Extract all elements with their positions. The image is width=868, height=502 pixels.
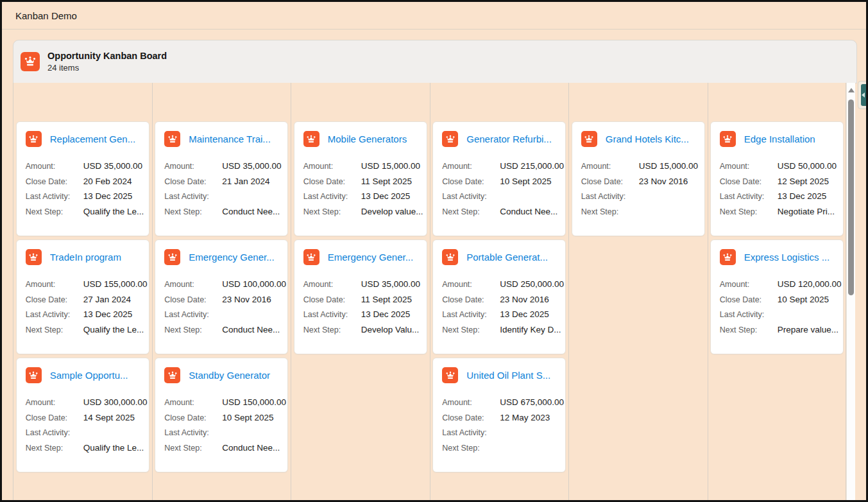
field-label: Next Step: — [442, 207, 500, 216]
opportunity-crown-icon — [164, 249, 180, 265]
opportunity-crown-icon — [720, 249, 736, 265]
opportunity-crown-icon — [26, 249, 42, 265]
opportunity-card[interactable]: TradeIn programAmount:USD 155,000.00Clos… — [16, 239, 149, 354]
opportunity-card[interactable]: Standby GeneratorAmount:USD 150,000.00Cl… — [155, 358, 288, 472]
field-label: Close Date: — [26, 295, 83, 304]
opportunity-crown-icon — [164, 131, 180, 147]
opportunity-card[interactable]: Replacement Gen...Amount:USD 35,000.00Cl… — [16, 121, 149, 236]
field-row: Amount:USD 15,000.00 — [581, 162, 697, 177]
field-value: Prepare value... — [778, 325, 838, 334]
card-fields: Amount:USD 35,000.00Close Date:21 Jan 20… — [164, 162, 280, 222]
card-title-link[interactable]: Maintenance Trai... — [189, 134, 280, 144]
field-value: 13 Dec 2025 — [778, 191, 827, 201]
field-row: Last Activity: — [442, 192, 557, 207]
field-value: USD 15,000.00 — [639, 161, 698, 171]
opportunity-card[interactable]: Sample Opportu...Amount:USD 300,000.00Cl… — [16, 358, 149, 472]
opportunity-card[interactable]: Express Logistics ...Amount:USD 120,000.… — [710, 239, 844, 354]
opportunity-crown-icon — [26, 131, 42, 147]
field-value: USD 35,000.00 — [83, 161, 142, 171]
opportunity-card[interactable]: Mobile GeneratorsAmount:USD 15,000.00Clo… — [294, 121, 427, 236]
card-title-link[interactable]: Grand Hotels Kitc... — [606, 134, 697, 144]
field-row: Last Activity:13 Dec 2025 — [26, 192, 141, 207]
scrollbar-thumb[interactable] — [848, 100, 854, 295]
opportunity-card[interactable]: Maintenance Trai...Amount:USD 35,000.00C… — [155, 121, 288, 236]
card-title-link[interactable]: United Oil Plant S... — [466, 370, 557, 381]
card-title-link[interactable]: Sample Opportu... — [50, 370, 141, 381]
card-title-link[interactable]: Generator Refurbi... — [466, 134, 557, 144]
field-label: Amount: — [720, 280, 778, 289]
field-value: USD 250,000.00 — [500, 279, 564, 289]
opportunity-card[interactable]: Generator Refurbi...Amount:USD 215,000.0… — [432, 121, 566, 236]
field-label: Last Activity: — [26, 428, 83, 437]
field-row: Amount:USD 675,000.00 — [442, 398, 557, 413]
field-row: Amount:USD 215,000.00 — [442, 162, 557, 177]
field-label: Close Date: — [26, 413, 83, 422]
field-row: Last Activity: — [442, 428, 557, 444]
field-value: 13 Dec 2025 — [83, 191, 133, 201]
field-value: Negotiate Pri... — [778, 207, 835, 216]
field-value: 12 Sept 2025 — [778, 177, 829, 186]
card-header: Emergency Gener... — [303, 249, 419, 265]
opportunity-card[interactable]: United Oil Plant S...Amount:USD 675,000.… — [432, 358, 566, 472]
kanban-column: Edge InstallationAmount:USD 50,000.00Clo… — [708, 83, 847, 500]
field-row: Close Date:10 Sept 2025 — [720, 295, 835, 311]
opportunity-card[interactable]: Edge InstallationAmount:USD 50,000.00Clo… — [710, 121, 844, 236]
card-title-link[interactable]: Mobile Generators — [328, 134, 419, 144]
card-title-link[interactable]: Emergency Gener... — [189, 252, 280, 263]
field-value: 13 Dec 2025 — [361, 191, 411, 201]
field-row: Close Date:23 Nov 2016 — [442, 295, 557, 311]
card-title-link[interactable]: TradeIn program — [50, 252, 141, 263]
field-label: Amount: — [581, 162, 639, 171]
card-header: Edge Installation — [720, 131, 835, 147]
kanban-column: Mobile GeneratorsAmount:USD 15,000.00Clo… — [291, 83, 430, 500]
field-value: 13 Dec 2025 — [361, 309, 411, 319]
opportunity-card[interactable]: Grand Hotels Kitc...Amount:USD 15,000.00… — [572, 121, 705, 236]
card-fields: Amount:USD 100,000.00Close Date:23 Nov 2… — [164, 280, 280, 340]
field-row: Next Step:Conduct Nee... — [164, 325, 280, 341]
field-value: Develop Valu... — [361, 325, 420, 334]
card-fields: Amount:USD 215,000.00Close Date:10 Sept … — [442, 162, 557, 222]
field-value: USD 35,000.00 — [222, 161, 281, 171]
field-value: Conduct Nee... — [222, 443, 280, 453]
field-label: Last Activity: — [442, 428, 500, 437]
card-header: Grand Hotels Kitc... — [581, 131, 697, 147]
card-header: Emergency Gener... — [164, 249, 280, 265]
field-label: Last Activity: — [303, 192, 361, 201]
field-label: Last Activity: — [442, 192, 500, 201]
card-fields: Amount:USD 300,000.00Close Date:14 Sept … — [26, 398, 141, 458]
field-row: Amount:USD 300,000.00 — [26, 398, 141, 413]
field-label: Close Date: — [720, 177, 778, 186]
field-row: Amount:USD 50,000.00 — [720, 162, 835, 177]
opportunity-crown-icon — [442, 367, 458, 383]
field-value: Conduct Nee... — [222, 325, 280, 334]
field-label: Last Activity: — [164, 310, 222, 319]
card-fields: Amount:USD 675,000.00Close Date:12 May 2… — [442, 398, 557, 458]
field-value: 10 Sept 2025 — [778, 295, 829, 304]
field-row: Next Step:Qualify the Le... — [26, 207, 141, 223]
field-value: USD 35,000.00 — [361, 279, 420, 289]
field-value: 10 Sept 2025 — [500, 177, 551, 186]
card-title-link[interactable]: Express Logistics ... — [744, 252, 835, 263]
opportunity-crown-icon — [442, 131, 458, 147]
panel-toggle-button[interactable] — [858, 81, 866, 109]
scroll-up-icon[interactable] — [848, 88, 855, 92]
opportunity-card[interactable]: Emergency Gener...Amount:USD 100,000.00C… — [155, 239, 288, 354]
vertical-scrollbar[interactable] — [846, 83, 855, 500]
card-header: Portable Generat... — [442, 249, 557, 265]
card-title-link[interactable]: Standby Generator — [189, 370, 280, 381]
card-title-link[interactable]: Replacement Gen... — [50, 134, 141, 144]
field-row: Close Date:12 Sept 2025 — [720, 177, 835, 193]
card-title-link[interactable]: Portable Generat... — [466, 252, 557, 263]
field-row: Next Step:Conduct Nee... — [164, 444, 280, 459]
field-label: Last Activity: — [164, 192, 222, 201]
card-title-link[interactable]: Edge Installation — [744, 134, 835, 144]
field-row: Next Step:Prepare value... — [720, 325, 835, 341]
field-row: Next Step: — [442, 444, 557, 459]
field-row: Amount:USD 120,000.00 — [720, 280, 835, 295]
field-value: 11 Sept 2025 — [361, 177, 412, 186]
card-title-link[interactable]: Emergency Gener... — [328, 252, 419, 263]
field-label: Amount: — [26, 162, 83, 171]
opportunity-card[interactable]: Emergency Gener...Amount:USD 35,000.00Cl… — [294, 239, 427, 354]
field-row: Last Activity: — [164, 428, 280, 444]
opportunity-card[interactable]: Portable Generat...Amount:USD 250,000.00… — [432, 239, 566, 354]
